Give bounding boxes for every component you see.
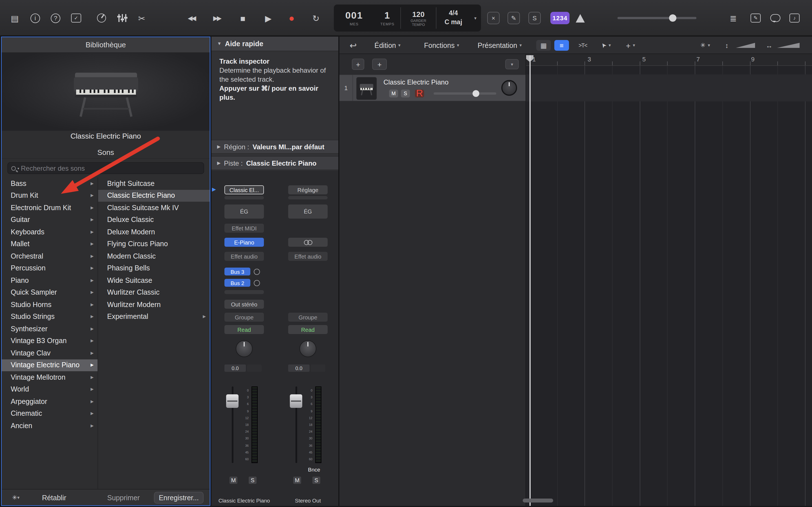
patch-row[interactable]: Classic Suitcase Mk IV bbox=[98, 202, 210, 214]
menu-presentation[interactable]: Présentation ▾ bbox=[477, 37, 522, 54]
category-row[interactable]: Ancien▶ bbox=[2, 420, 98, 432]
category-row[interactable]: Studio Horns▶ bbox=[2, 298, 98, 311]
menu-fonctions[interactable]: Fonctions ▾ bbox=[424, 37, 459, 54]
checklist-icon[interactable]: ✓ bbox=[71, 13, 81, 22]
library-action-menu[interactable]: ✳ ▾ bbox=[7, 492, 24, 504]
track-volume-slider[interactable] bbox=[434, 93, 496, 95]
track-name[interactable]: Classic Electric Piano bbox=[384, 78, 449, 86]
send-level-knob[interactable] bbox=[254, 269, 260, 275]
arrange-grid[interactable] bbox=[526, 66, 812, 506]
category-row[interactable]: Studio Strings▶ bbox=[2, 311, 98, 323]
track-lane[interactable] bbox=[526, 74, 812, 101]
strip-send-empty-slot[interactable] bbox=[224, 290, 264, 294]
track-pan-knob[interactable] bbox=[501, 80, 517, 96]
strip-format-button[interactable] bbox=[288, 238, 327, 247]
solo-button[interactable]: S bbox=[248, 476, 257, 485]
lcd-display[interactable]: 001 MES 1 TEMPS 120 GARDER TEMPO 4/4 C m… bbox=[334, 4, 481, 32]
strip-eq-button[interactable]: ÉG bbox=[224, 205, 264, 219]
bounce-button[interactable]: Bnce bbox=[302, 465, 326, 473]
erase-button[interactable]: × bbox=[487, 12, 500, 24]
category-row[interactable]: Synthesizer▶ bbox=[2, 323, 98, 335]
patch-row[interactable]: Experimental▶ bbox=[98, 311, 210, 323]
strip-output-slot[interactable]: Out stéréo bbox=[224, 300, 264, 309]
category-row[interactable]: Bass▶ bbox=[2, 177, 98, 189]
smart-controls-icon[interactable] bbox=[97, 13, 106, 22]
patch-row[interactable]: Flying Circus Piano bbox=[98, 238, 210, 250]
mute-button[interactable]: M bbox=[229, 476, 238, 485]
library-search-field[interactable]: ▾ bbox=[7, 162, 204, 174]
patch-row[interactable]: Bright Suitcase bbox=[98, 177, 210, 189]
library-toggle-icon[interactable]: ▤ bbox=[11, 14, 18, 22]
horizontal-scrollbar[interactable] bbox=[523, 499, 553, 503]
stop-button[interactable]: ■ bbox=[240, 14, 245, 22]
record-button[interactable]: ● bbox=[289, 13, 295, 23]
strip-group-slot[interactable]: Groupe bbox=[224, 313, 264, 322]
patch-row[interactable]: Wide Suitcase bbox=[98, 274, 210, 286]
strip-send-2[interactable]: Bus 2 bbox=[224, 278, 264, 287]
horizontal-zoom-slider[interactable] bbox=[777, 43, 800, 48]
lcd-caret[interactable]: ▾ bbox=[470, 4, 480, 32]
count-in-button[interactable]: 1234 bbox=[550, 12, 569, 24]
send-bus-label[interactable]: Bus 2 bbox=[224, 279, 250, 287]
category-row[interactable]: World▶ bbox=[2, 383, 98, 395]
track-mute-button[interactable]: M bbox=[389, 90, 398, 98]
save-button[interactable]: Enregistrer... bbox=[154, 492, 204, 504]
strip-automation-slot[interactable]: Read bbox=[224, 325, 264, 334]
strip-setting-button[interactable]: Réglage bbox=[288, 185, 327, 194]
revert-button[interactable]: Rétablir bbox=[35, 492, 74, 504]
list-view-button[interactable]: ≡ bbox=[554, 40, 569, 51]
strip-midi-fx-label[interactable]: Effet MIDI bbox=[224, 224, 264, 233]
send-level-knob[interactable] bbox=[254, 280, 260, 286]
category-row[interactable]: Keyboards▶ bbox=[2, 226, 98, 238]
search-scope-caret-icon[interactable]: ▾ bbox=[17, 166, 19, 170]
menu-edition[interactable]: Édition ▾ bbox=[374, 37, 401, 54]
strip-eq-button[interactable]: ÉG bbox=[288, 205, 327, 219]
strip-automation-slot[interactable]: Read bbox=[288, 325, 327, 334]
category-row[interactable]: Cinematic▶ bbox=[2, 407, 98, 420]
track-solo-button[interactable]: S bbox=[401, 90, 410, 98]
catch-playhead-icon[interactable]: ↩ bbox=[350, 41, 357, 50]
cycle-button[interactable]: ↻ bbox=[312, 14, 319, 22]
track-volume-thumb[interactable] bbox=[473, 90, 479, 97]
send-bus-label[interactable]: Bus 3 bbox=[224, 268, 250, 276]
search-input[interactable] bbox=[21, 164, 200, 172]
region-inspector-bar[interactable]: ▶ Région : Valeurs MI...par défaut bbox=[211, 140, 338, 154]
delete-button[interactable]: Supprimer bbox=[103, 492, 144, 504]
category-row[interactable]: Vintage Mellotron▶ bbox=[2, 371, 98, 383]
volume-fader[interactable]: 0 3 6 9 12 18 24 30 36 45 60 bbox=[224, 385, 264, 464]
strip-group-slot[interactable]: Groupe bbox=[288, 313, 327, 322]
duplicate-track-button[interactable]: + bbox=[372, 59, 387, 70]
pointer-tool-menu[interactable]: ➤ ▾ bbox=[601, 37, 611, 54]
mixer-icon[interactable] bbox=[118, 13, 127, 22]
volume-slider-thumb[interactable] bbox=[669, 14, 676, 22]
category-row[interactable]: Orchestral▶ bbox=[2, 250, 98, 262]
timeline-ruler[interactable]: 1 3 5 7 9 bbox=[526, 54, 812, 66]
volume-fader[interactable]: 0 3 6 9 12 18 24 30 36 45 60 bbox=[288, 385, 327, 464]
snap-mode-icon[interactable]: >T< bbox=[578, 43, 587, 48]
category-row[interactable]: Quick Sampler▶ bbox=[2, 286, 98, 298]
vertical-zoom-slider[interactable] bbox=[736, 43, 755, 48]
glue-tool-button[interactable]: ✎ bbox=[507, 12, 520, 24]
secondary-tool-menu[interactable]: + ▾ bbox=[626, 37, 635, 54]
strip-send-1[interactable]: Bus 3 bbox=[224, 267, 264, 276]
strip-audio-fx-label[interactable]: Effet audio bbox=[288, 252, 327, 261]
track-row[interactable]: 1 Classic Electric Piano M S R bbox=[340, 74, 525, 101]
category-row[interactable]: Vintage Clav▶ bbox=[2, 347, 98, 359]
category-row[interactable]: Mallet▶ bbox=[2, 238, 98, 250]
rewind-button[interactable]: ◀◀ bbox=[188, 15, 195, 21]
patch-row[interactable]: Deluxe Classic bbox=[98, 214, 210, 226]
volume-value[interactable]: 0.0 bbox=[288, 364, 310, 372]
media-browser-icon[interactable]: ♪ bbox=[790, 13, 800, 22]
category-row[interactable]: Guitar▶ bbox=[2, 214, 98, 226]
patch-row[interactable]: Phasing Bells bbox=[98, 262, 210, 274]
strip-disclosure-icon[interactable]: ▶ bbox=[212, 186, 216, 192]
category-row[interactable]: Percussion▶ bbox=[2, 262, 98, 274]
category-row[interactable]: Electronic Drum Kit▶ bbox=[2, 202, 98, 214]
grid-view-button[interactable]: ▦ bbox=[536, 40, 551, 51]
add-track-button[interactable]: + bbox=[352, 59, 364, 70]
pan-knob[interactable] bbox=[299, 340, 316, 357]
list-editors-icon[interactable]: ≣ bbox=[730, 14, 737, 22]
category-row[interactable]: Drum Kit▶ bbox=[2, 189, 98, 202]
quick-help-header[interactable]: ▼ Aide rapide bbox=[211, 37, 338, 51]
horizontal-zoom-icon[interactable]: ↔ bbox=[766, 42, 772, 49]
